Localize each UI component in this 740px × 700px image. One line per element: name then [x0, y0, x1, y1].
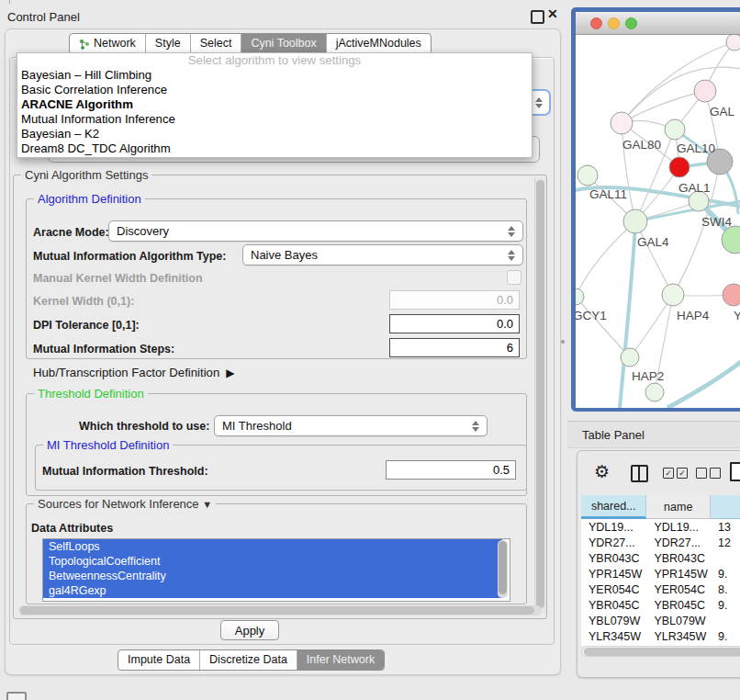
table-row[interactable]: YPR145WYPR145W9.	[581, 566, 740, 581]
table-row[interactable]: YDR27...YDR27...12	[581, 535, 740, 550]
hub-section-label: Hub/Transcription Factor Definition	[33, 366, 219, 379]
kernel-width-field[interactable]: 0.0	[389, 290, 520, 310]
network-window-titlebar[interactable]	[576, 12, 740, 35]
mi-type-combo[interactable]: Naive Bayes	[242, 244, 523, 265]
mi-type-value: Naive Bayes	[251, 248, 318, 262]
list-item[interactable]: gal4RGexp	[43, 583, 502, 598]
page-icon[interactable]	[730, 462, 740, 481]
column-header-shared-name[interactable]: shared...	[581, 495, 646, 519]
node-unlabeled[interactable]	[645, 383, 664, 401]
table-panel-title: Table Panel	[582, 428, 645, 442]
node-label: SWI4	[701, 215, 732, 229]
node-label: GAL	[710, 105, 735, 119]
node-gal80[interactable]	[611, 112, 633, 134]
node-gcy1[interactable]	[576, 288, 584, 305]
control-panel: Control Panel ✕ Network Style Select Cyn…	[0, 0, 567, 700]
tab-select[interactable]: Select	[190, 34, 241, 53]
settings-vertical-scrollbar[interactable]	[534, 178, 546, 614]
aracne-mode-value: Discovery	[117, 224, 169, 238]
table-panel-bar: Table Panel	[567, 421, 740, 448]
gear-icon[interactable]: ⚙	[594, 461, 610, 482]
dropdown-item[interactable]: Dream8 DC_TDC Algorithm	[17, 141, 532, 156]
tab-style[interactable]: Style	[145, 34, 190, 53]
tab-cyni-toolbox[interactable]: Cyni Toolbox	[241, 34, 325, 53]
split-columns-icon[interactable]	[631, 465, 648, 482]
table-horizontal-scrollbar[interactable]	[581, 646, 740, 657]
table-toolbar: ⚙ ✓ ✓	[590, 464, 740, 486]
dropdown-item[interactable]: Mutual Information Inference	[17, 112, 532, 127]
tab-impute-data[interactable]: Impute Data	[118, 650, 199, 670]
list-vertical-scrollbar[interactable]	[498, 540, 508, 598]
zoom-traffic-light[interactable]	[625, 17, 637, 29]
node-labels: GAL GAL80 GAL10 GAL1 GAL11 GAL4 SWI4 GCY…	[576, 105, 740, 383]
algorithm-dropdown-popup: Select algorithm to view settings Bayesi…	[17, 52, 533, 158]
panel-splitter-handle[interactable]	[561, 340, 565, 344]
node-gal11[interactable]	[577, 165, 598, 186]
table-row[interactable]: YDL19...YDL19...13	[581, 519, 740, 535]
network-icon	[79, 39, 90, 50]
mi-threshold-group-title: MI Threshold Definition	[43, 438, 173, 452]
aracne-mode-label: Aracne Mode:	[33, 226, 109, 239]
which-threshold-value: MI Threshold	[222, 419, 292, 433]
list-item[interactable]: BetweennessCentrality	[43, 569, 502, 583]
network-window: GAL GAL80 GAL10 GAL1 GAL11 GAL4 SWI4 GCY…	[571, 7, 740, 412]
tab-network[interactable]: Network	[70, 34, 145, 53]
minimize-traffic-light[interactable]	[608, 17, 620, 29]
table-header-row: shared... name	[581, 495, 740, 519]
node-gal1[interactable]	[669, 157, 690, 177]
table-row[interactable]: YLR345WYLR345W9.	[581, 628, 740, 644]
network-canvas[interactable]: GAL GAL80 GAL10 GAL1 GAL11 GAL4 SWI4 GCY…	[576, 35, 740, 408]
mi-type-label: Mutual Information Algorithm Type:	[33, 250, 226, 263]
close-icon[interactable]: ✕	[547, 6, 558, 21]
table-row[interactable]: YER054CYER054C8.	[581, 581, 740, 597]
hub-section-toggle[interactable]: Hub/Transcription Factor Definition ▶	[33, 366, 235, 379]
tab-infer-network[interactable]: Infer Network	[297, 650, 384, 670]
apply-button[interactable]: Apply	[220, 620, 279, 640]
mini-grid-button[interactable]	[6, 692, 27, 700]
column-header-partial[interactable]	[711, 495, 740, 519]
table-row[interactable]: YBR045CYBR045C9.	[581, 597, 740, 613]
node-gal10[interactable]	[665, 119, 685, 140]
which-threshold-combo[interactable]: MI Threshold	[214, 415, 488, 436]
top-left-tick	[9, 0, 10, 4]
node-gal[interactable]	[694, 80, 716, 102]
tab-jactivemnodules[interactable]: jActiveMNodules	[326, 34, 431, 53]
node-hap4[interactable]	[662, 284, 684, 306]
panel-title: Control Panel	[7, 10, 80, 24]
close-traffic-light[interactable]	[590, 17, 602, 29]
settings-horizontal-scrollbar[interactable]	[18, 605, 542, 615]
node-unlabeled[interactable]	[726, 35, 740, 51]
node-label: Y	[734, 309, 740, 322]
node-y[interactable]	[723, 284, 740, 306]
node-label: GCY1	[576, 309, 607, 322]
combo-spinner-icon	[508, 226, 515, 237]
dropdown-item[interactable]: Basic Correlation Inference	[17, 83, 532, 97]
dpi-tolerance-field[interactable]: 0.0	[389, 314, 520, 333]
column-header-name[interactable]: name	[646, 495, 711, 519]
manual-kernel-checkbox[interactable]	[507, 270, 521, 285]
dropdown-item-selected[interactable]: ARACNE Algorithm	[17, 97, 532, 112]
dropdown-item[interactable]: Bayesian – Hill Climbing	[17, 68, 532, 83]
unchecked-boxes-icon[interactable]	[696, 468, 721, 479]
combo-spinner-icon	[508, 250, 515, 261]
list-item[interactable]: SelfLoops	[43, 539, 502, 554]
table-row[interactable]: YBL079WYBL079W	[581, 613, 740, 628]
top-tab-bar: Network Style Select Cyni Toolbox jActiv…	[69, 33, 432, 54]
tab-discretize-data[interactable]: Discretize Data	[199, 650, 297, 670]
node-hap2[interactable]	[621, 348, 639, 367]
mi-threshold-label: Mutual Information Threshold:	[42, 465, 208, 478]
aracne-mode-combo[interactable]: Discovery	[108, 220, 523, 242]
node-gal4[interactable]	[623, 209, 647, 233]
table-row[interactable]: YBR043CYBR043C	[581, 550, 740, 566]
algorithm-definition-title: Algorithm Definition	[34, 192, 145, 206]
list-item[interactable]: TopologicalCoefficient	[43, 554, 502, 569]
dropdown-item[interactable]: Bayesian – K2	[17, 127, 532, 141]
node-label: GAL4	[637, 235, 669, 249]
dpi-tolerance-label: DPI Tolerance [0,1]:	[33, 319, 140, 332]
mi-steps-field[interactable]: 6	[389, 338, 520, 357]
float-button[interactable]	[531, 10, 544, 24]
checked-boxes-icon[interactable]: ✓ ✓	[663, 468, 688, 479]
sources-group-toggle[interactable]: Sources for Network Inference ▼	[34, 497, 216, 511]
mi-threshold-field[interactable]: 0.5	[386, 460, 516, 480]
table-panel-card: ⚙ ✓ ✓ shared... name YDL19...YDL19...13 …	[577, 450, 740, 678]
